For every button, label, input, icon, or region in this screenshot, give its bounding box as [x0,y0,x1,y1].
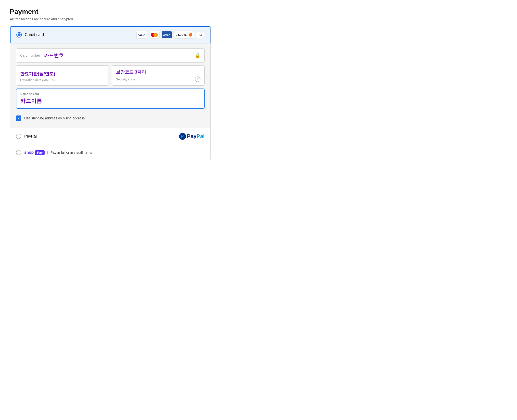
credit-card-label: Credit card [25,33,44,37]
name-on-card-field[interactable]: Name on card 카드이름 [16,89,205,109]
shoppay-logo: shop Pay | Pay in full or in installment… [24,150,92,155]
billing-checkbox-label: Use shipping address as billing address [24,116,85,120]
card-number-field-wrapper: Card number 카드번호 🔒 [16,48,205,63]
shoppay-section[interactable]: shop Pay | Pay in full or in installment… [10,145,210,160]
shoppay-option[interactable]: shop Pay | Pay in full or in installment… [16,150,92,155]
amex-logo: AMEX [161,31,172,38]
credit-card-radio[interactable] [16,32,22,38]
billing-checkbox[interactable] [16,115,21,121]
credit-card-section[interactable]: Credit card VISA AMEX DISCOVER +4 [10,26,210,43]
more-cards-badge: +4 [196,32,204,38]
paypal-section[interactable]: PayPal P PayPal [10,128,210,145]
card-number-field[interactable]: Card number 카드번호 🔒 [16,48,205,63]
security-placeholder: Security code [116,77,135,81]
billing-address-row[interactable]: Use shipping address as billing address [16,113,205,123]
expiration-date-field[interactable]: 만료기한(월/연도) Expiration date (MM / YY) [16,65,109,86]
payment-container: Credit card VISA AMEX DISCOVER +4 [10,26,211,160]
name-label: Name on card [20,92,200,96]
security-code-field[interactable]: 보안코드 3자리 Security code ? [112,65,205,86]
card-number-korean: 카드번호 [44,52,64,59]
page-title: Payment [10,8,211,16]
visa-logo: VISA [136,31,147,38]
credit-card-form: Card number 카드번호 🔒 만료기한(월/연도) Expiration… [10,43,210,128]
pay-badge: Pay [35,150,45,155]
page-subtitle: All transactions are secure and encrypte… [10,17,211,21]
lock-icon: 🔒 [195,53,200,58]
paypal-text-pal: Pal [197,133,205,139]
shop-text: shop [24,150,34,155]
help-icon[interactable]: ? [195,76,200,82]
paypal-logo: P PayPal [179,133,205,140]
security-korean: 보안코드 3자리 [116,69,200,75]
mc-circle-right [153,33,158,37]
card-logos: VISA AMEX DISCOVER +4 [136,31,204,38]
mastercard-logo [149,31,160,38]
paypal-option[interactable]: PayPal [16,134,37,139]
paypal-radio[interactable] [16,134,21,139]
paypal-label: PayPal [24,134,37,139]
credit-card-option[interactable]: Credit card [16,32,44,38]
expiry-placeholder: Expiration date (MM / YY) [20,78,105,82]
paypal-icon: P [179,133,186,140]
paypal-text-pay: Pay [187,133,197,139]
svg-text:P: P [181,134,184,139]
card-number-placeholder: Card number [20,53,40,57]
name-korean: 카드이름 [20,97,200,105]
expiry-korean: 만료기한(월/연도) [20,71,105,77]
shoppay-label: Pay in full or in installments [50,151,92,154]
expiry-security-row: 만료기한(월/연도) Expiration date (MM / YY) 보안코… [16,65,205,86]
shoppay-radio[interactable] [16,150,21,155]
discover-logo: DISCOVER [174,31,194,38]
